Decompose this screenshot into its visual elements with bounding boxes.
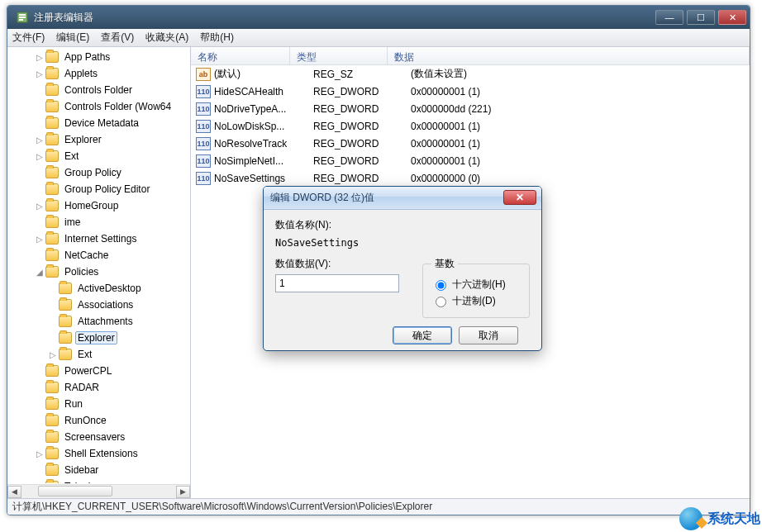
expand-icon[interactable]: ▷ <box>34 69 45 78</box>
radio-hex[interactable] <box>436 280 446 291</box>
ok-button[interactable]: 确定 <box>393 326 452 344</box>
folder-icon <box>45 101 59 112</box>
tree-item[interactable]: Associations <box>7 297 190 313</box>
tree-item[interactable]: Run <box>7 396 190 412</box>
list-row[interactable]: 110HideSCAHealthREG_DWORD0x00000001 (1) <box>191 83 750 100</box>
list-row[interactable]: ab(默认)REG_SZ(数值未设置) <box>191 65 750 83</box>
tree-item-label: ime <box>62 216 83 229</box>
scroll-right-button[interactable]: ▶ <box>176 486 190 498</box>
scroll-left-button[interactable]: ◀ <box>7 486 21 498</box>
tree-item[interactable]: Controls Folder <box>7 82 190 98</box>
value-name-label: 数值名称(N): <box>275 218 530 232</box>
folder-icon <box>59 332 72 344</box>
folder-icon <box>45 150 59 162</box>
cell-data: 0x00000001 (1) <box>411 121 750 132</box>
folder-icon <box>59 283 72 294</box>
cancel-button[interactable]: 取消 <box>459 326 518 344</box>
tree-item[interactable]: ▷HomeGroup <box>7 197 190 214</box>
svg-rect-1 <box>19 14 26 16</box>
tree-item[interactable]: ▷App Paths <box>7 49 190 65</box>
tree-item[interactable]: Group Policy <box>7 164 190 181</box>
tree-item[interactable]: Attachments <box>7 313 190 330</box>
titlebar[interactable]: 注册表编辑器 — ☐ ✕ <box>7 6 750 29</box>
tree-item[interactable]: ▷Applets <box>7 65 190 82</box>
column-name[interactable]: 名称 <box>191 47 290 64</box>
dialog-titlebar[interactable]: 编辑 DWORD (32 位)值 ✕ <box>264 187 541 210</box>
expand-icon[interactable]: ▷ <box>34 482 45 484</box>
cell-name: NoDriveTypeA... <box>214 103 313 115</box>
tree-item[interactable]: ▷Internet Settings <box>7 230 190 247</box>
cell-name: NoLowDiskSp... <box>214 121 313 132</box>
expand-icon[interactable]: ▷ <box>34 449 45 458</box>
menu-edit[interactable]: 编辑(E) <box>56 31 89 45</box>
minimize-button[interactable]: — <box>655 10 683 25</box>
menu-view[interactable]: 查看(V) <box>101 31 134 45</box>
folder-icon <box>45 481 59 483</box>
expand-icon[interactable]: ◢ <box>34 268 45 277</box>
svg-rect-2 <box>19 17 26 18</box>
list-row[interactable]: 110NoDriveTypeA...REG_DWORD0x000000dd (2… <box>191 100 750 117</box>
menu-favorites[interactable]: 收藏夹(A) <box>145 31 188 45</box>
value-data-input[interactable] <box>275 274 399 292</box>
cell-name: (默认) <box>214 67 313 81</box>
base-legend: 基数 <box>431 257 458 271</box>
expand-icon[interactable]: ▷ <box>34 235 45 244</box>
dialog-close-button[interactable]: ✕ <box>503 190 536 205</box>
list-row[interactable]: 110NoLowDiskSp...REG_DWORD0x00000001 (1) <box>191 117 750 135</box>
maximize-button[interactable]: ☐ <box>687 10 715 25</box>
tree-item[interactable]: ▷Shell Extensions <box>7 445 190 462</box>
expand-icon[interactable]: ▷ <box>47 350 59 359</box>
tree-item[interactable]: PowerCPL <box>7 363 190 379</box>
values-list[interactable]: ab(默认)REG_SZ(数值未设置)110HideSCAHealthREG_D… <box>191 65 750 187</box>
tree-item-label: NetCache <box>62 249 111 262</box>
expand-icon[interactable]: ▷ <box>34 53 45 62</box>
folder-icon <box>45 448 59 459</box>
watermark-text: 系统天地 <box>707 511 760 528</box>
close-button[interactable]: ✕ <box>718 10 746 25</box>
tree-item[interactable]: ◢Policies <box>7 264 190 280</box>
tree-item[interactable]: ▷Explorer <box>7 131 190 148</box>
tree-item[interactable]: ▷Ext <box>7 148 190 164</box>
tree-item[interactable]: ActiveDesktop <box>7 280 190 297</box>
tree-item[interactable]: Device Metadata <box>7 115 190 131</box>
tree-item[interactable]: Screensavers <box>7 429 190 445</box>
expand-icon[interactable]: ▷ <box>34 202 45 211</box>
tree-item-label: RunOnce <box>62 414 109 427</box>
tree-item[interactable]: NetCache <box>7 247 190 264</box>
tree-item[interactable]: Explorer <box>7 330 190 346</box>
cell-type: REG_DWORD <box>313 103 411 115</box>
tree-item-label: Screensavers <box>62 430 127 444</box>
tree-item[interactable]: Group Policy Editor <box>7 181 190 197</box>
list-row[interactable]: 110NoSimpleNetI...REG_DWORD0x00000001 (1… <box>191 152 750 169</box>
column-data[interactable]: 数据 <box>388 47 750 64</box>
folder-icon <box>45 68 59 79</box>
tree-item[interactable]: ▷Ext <box>7 346 190 363</box>
menu-file[interactable]: 文件(F) <box>12 31 45 45</box>
radio-dec[interactable] <box>436 297 446 307</box>
tree-item[interactable]: RunOnce <box>7 412 190 429</box>
tree-item-label: Policies <box>62 265 101 278</box>
tree-item-label: Explorer <box>62 133 104 146</box>
tree-item[interactable]: Controls Folder (Wow64 <box>7 98 190 115</box>
column-type[interactable]: 类型 <box>290 47 388 64</box>
tree-hscrollbar[interactable]: ◀ ▶ <box>7 484 190 498</box>
tree-item-label: Applets <box>62 67 100 80</box>
scroll-thumb[interactable] <box>38 486 112 496</box>
tree-item[interactable]: ime <box>7 214 190 230</box>
list-row[interactable]: 110NoSaveSettingsREG_DWORD0x00000000 (0) <box>191 169 750 187</box>
cell-data: 0x000000dd (221) <box>411 103 750 115</box>
tree-item-label: Run <box>62 397 85 411</box>
binary-value-icon: 110 <box>196 102 211 116</box>
scroll-track[interactable] <box>21 486 176 498</box>
list-row[interactable]: 110NoResolveTrackREG_DWORD0x00000001 (1) <box>191 135 750 152</box>
registry-tree[interactable]: ▷App Paths▷AppletsControls FolderControl… <box>7 47 190 483</box>
menu-help[interactable]: 帮助(H) <box>200 31 234 45</box>
dialog-title: 编辑 DWORD (32 位)值 <box>270 191 374 205</box>
window-title: 注册表编辑器 <box>34 11 655 25</box>
tree-item[interactable]: RADAR <box>7 379 190 396</box>
expand-icon[interactable]: ▷ <box>34 135 45 145</box>
folder-icon <box>45 365 59 377</box>
tree-item[interactable]: Sidebar <box>7 462 190 478</box>
expand-icon[interactable]: ▷ <box>34 152 45 161</box>
tree-item[interactable]: ▷Telephony <box>7 478 190 483</box>
